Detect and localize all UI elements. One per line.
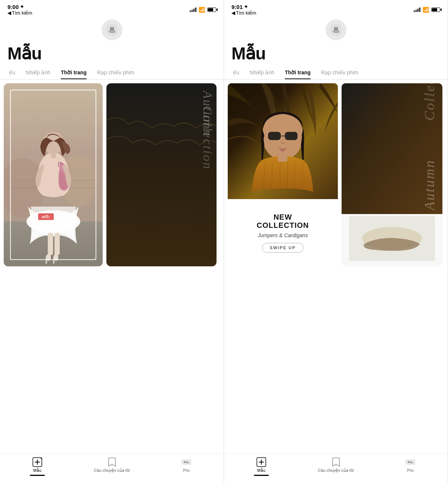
nav-pro-label-right: Pro xyxy=(407,468,414,473)
tab-right-1[interactable]: Nhiếp ảnh xyxy=(245,66,280,79)
status-time-left: 9:00 xyxy=(7,4,24,10)
new-collection-card[interactable]: NEW COLLECTION Jumpers & Cardigans SWIPE… xyxy=(228,83,338,266)
content-area-left: MỚI Aut xyxy=(0,80,224,453)
tab-right-2[interactable]: Thời trang xyxy=(280,66,316,79)
status-icons-left: 📶 xyxy=(190,7,216,13)
autumn-preview-left[interactable]: Autumn Collection xyxy=(106,83,217,266)
svg-rect-14 xyxy=(53,260,55,264)
bookmark-icon-left xyxy=(107,457,117,467)
nav-story-label-left: Câu chuyện của tôi xyxy=(94,468,130,473)
new-collection-subtitle: Jumpers & Cardigans xyxy=(258,232,308,238)
tab-bar-left: ếu Nhiếp ảnh Thời trang Rạp chiếu phim xyxy=(0,66,224,80)
tab-left-0[interactable]: ếu xyxy=(4,66,21,79)
tab-left-3[interactable]: Rạp chiếu phim xyxy=(92,66,140,79)
tab-left-1[interactable]: Nhiếp ảnh xyxy=(21,66,56,79)
svg-rect-16 xyxy=(38,213,54,220)
svg-text:Collection: Collection xyxy=(421,83,437,121)
new-collection-image xyxy=(228,83,338,199)
nav-story-label-right: Câu chuyện của tôi xyxy=(318,468,354,473)
amazon-icon-left xyxy=(0,16,224,42)
svg-rect-30 xyxy=(268,132,281,140)
signal-icon-left xyxy=(190,7,196,12)
bottom-nav-left: Mẫu Câu chuyện của tôi Pro Pro xyxy=(0,453,224,483)
nav-mau-right[interactable]: Mẫu xyxy=(224,457,299,476)
svg-text:Autumn: Autumn xyxy=(421,160,437,211)
svg-rect-15 xyxy=(10,90,96,260)
new-collection-title: NEW COLLECTION xyxy=(257,213,309,229)
svg-point-7 xyxy=(27,210,80,233)
nav-mau-left[interactable]: Mẫu xyxy=(0,457,75,476)
amazon-icon-right xyxy=(224,16,448,42)
nav-indicator-left xyxy=(30,475,45,476)
fashion-card-left[interactable]: MỚI xyxy=(4,83,103,266)
battery-icon-left xyxy=(207,7,216,12)
nav-pro-label-left: Pro xyxy=(183,468,190,473)
battery-icon-right xyxy=(431,7,440,12)
tab-left-2[interactable]: Thời trang xyxy=(56,66,92,79)
left-panel: 9:00 ◀ Tìm kiếm 📶 xyxy=(0,0,224,483)
swipe-up-button[interactable]: SWIPE UP xyxy=(262,243,304,253)
status-icons-right: 📶 xyxy=(414,7,440,13)
svg-point-3 xyxy=(4,158,45,218)
svg-rect-39 xyxy=(278,154,287,162)
nav-indicator-right xyxy=(254,475,269,476)
content-area-right: NEW COLLECTION Jumpers & Cardigans SWIPE… xyxy=(224,80,448,453)
nav-pro-left[interactable]: Pro Pro xyxy=(149,457,224,473)
svg-rect-18 xyxy=(106,83,217,266)
svg-rect-13 xyxy=(46,260,47,264)
pro-icon-right: Pro xyxy=(405,457,415,467)
status-time-right: 9:01 xyxy=(231,4,248,10)
signal-icon-right xyxy=(414,7,420,12)
status-bar-right: 9:01 ◀ Tìm kiếm 📶 xyxy=(224,0,448,16)
svg-text:Pro: Pro xyxy=(184,461,189,464)
nav-story-left[interactable]: Câu chuyện của tôi xyxy=(75,457,149,473)
status-bar-left: 9:00 ◀ Tìm kiếm 📶 xyxy=(0,0,224,16)
new-collection-text: NEW COLLECTION Jumpers & Cardigans SWIPE… xyxy=(228,199,338,266)
svg-text:Pro: Pro xyxy=(408,461,413,464)
back-button-left[interactable]: ◀ Tìm kiếm xyxy=(7,10,32,16)
svg-rect-8 xyxy=(60,165,65,172)
wifi-icon-right: 📶 xyxy=(423,7,429,13)
nav-mau-label-left: Mẫu xyxy=(33,468,41,473)
back-button-right[interactable]: ◀ Tìm kiếm xyxy=(231,10,256,16)
svg-rect-9 xyxy=(51,149,56,158)
add-icon-right xyxy=(256,457,266,467)
svg-rect-1 xyxy=(4,83,103,266)
bottom-nav-right: Mẫu Câu chuyện của tôi Pro Pro xyxy=(224,453,448,483)
svg-rect-11 xyxy=(48,233,53,255)
svg-rect-31 xyxy=(285,132,298,140)
tab-right-3[interactable]: Rạp chiếu phim xyxy=(316,66,364,79)
tab-right-0[interactable]: ếu xyxy=(228,66,245,79)
nav-mau-label-right: Mẫu xyxy=(257,468,265,473)
wifi-icon-left: 📶 xyxy=(199,7,205,13)
tab-bar-right: ếu Nhiếp ảnh Thời trang Rạp chiếu phim xyxy=(224,66,448,80)
svg-point-4 xyxy=(60,154,97,207)
svg-point-10 xyxy=(43,132,64,154)
page-title-right: Mẫu xyxy=(224,42,448,66)
svg-text:MỚI: MỚI xyxy=(42,214,50,219)
pro-icon-left: Pro xyxy=(181,457,191,467)
add-icon-left xyxy=(32,457,42,467)
svg-text:Collection: Collection xyxy=(201,106,215,170)
nav-pro-right[interactable]: Pro Pro xyxy=(373,457,448,473)
nav-story-right[interactable]: Câu chuyện của tôi xyxy=(299,457,373,473)
svg-rect-12 xyxy=(55,233,60,255)
bookmark-icon-right xyxy=(331,457,341,467)
page-title-left: Mẫu xyxy=(0,42,224,66)
right-panel: 9:01 ◀ Tìm kiếm 📶 xyxy=(224,0,448,483)
autumn-card-right[interactable]: Autumn Collection xyxy=(342,83,442,266)
